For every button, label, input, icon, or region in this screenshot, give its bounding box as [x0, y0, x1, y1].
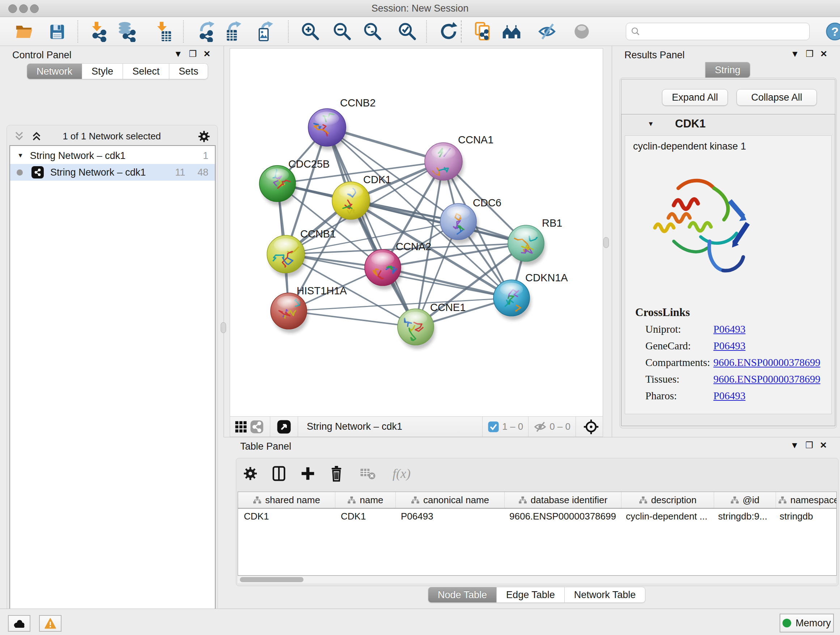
warning-icon — [44, 618, 57, 629]
results-panel-close-icon[interactable]: ✕ — [820, 49, 834, 59]
zoom-fit-icon[interactable] — [363, 21, 382, 42]
zoom-out-icon[interactable] — [333, 21, 352, 42]
crosslink-link[interactable]: P06493 — [714, 390, 745, 402]
control-panel-close-icon[interactable]: ✕ — [203, 49, 217, 59]
add-column-icon[interactable] — [300, 466, 316, 481]
group-nodes-icon[interactable] — [502, 21, 521, 42]
table-settings-gear-icon[interactable] — [243, 466, 258, 481]
column-header-namespace[interactable]: namespace — [776, 492, 837, 508]
fit-content-crosshair-icon[interactable] — [581, 416, 601, 437]
vertical-splitter-handle[interactable] — [221, 322, 226, 333]
help-icon[interactable]: ? — [826, 21, 840, 42]
save-session-icon[interactable] — [48, 21, 66, 42]
network-view[interactable]: CCNB2CCNA1CDC25BCDK1CDC6RB1CCNB1CCNA2CDK… — [230, 48, 603, 417]
table-panel-close-icon[interactable]: ✕ — [820, 440, 834, 450]
table-cell[interactable]: cyclin-dependent ... — [620, 509, 712, 524]
search-input[interactable] — [641, 26, 798, 37]
string-style-icon[interactable] — [249, 416, 265, 437]
new-network-from-selection-icon[interactable] — [473, 21, 492, 42]
network-node-HIST1H1A[interactable] — [271, 293, 308, 333]
window-title: Session: New Session — [0, 3, 840, 14]
table-cell[interactable]: CDK1 — [335, 509, 395, 524]
crosslink-label: Uniprot: — [645, 323, 681, 335]
memory-button[interactable]: Memory — [780, 614, 834, 632]
grid-view-icon[interactable] — [233, 416, 249, 437]
section-expander-icon[interactable]: ▼ — [647, 120, 654, 128]
export-image-icon[interactable] — [256, 21, 275, 42]
tab-string[interactable]: String — [705, 62, 750, 78]
hide-selected-icon[interactable] — [538, 21, 556, 42]
crosslink-link[interactable]: 9606.ENSP00000378699 — [714, 373, 821, 385]
network-node-CCNA1[interactable] — [425, 142, 464, 184]
tab-sets[interactable]: Sets — [169, 63, 208, 79]
control-panel-menu-icon[interactable]: ▼ — [174, 49, 189, 59]
table-cell[interactable]: stringdb — [774, 509, 837, 524]
birds-eye-view-icon[interactable] — [275, 416, 293, 437]
results-panel-menu-icon[interactable]: ▼ — [791, 49, 806, 59]
tab-style[interactable]: Style — [82, 63, 123, 79]
column-header-database-identifier[interactable]: database identifier — [505, 492, 622, 508]
function-builder-icon[interactable]: f(x) — [393, 466, 411, 481]
table-row[interactable]: CDK1CDK1P064939606.ENSP00000378699cyclin… — [238, 509, 836, 524]
table-cell[interactable]: 9606.ENSP00000378699 — [504, 509, 620, 524]
export-table-icon[interactable] — [224, 21, 243, 42]
results-panel-float-icon[interactable]: ❒ — [806, 49, 820, 59]
table-panel-menu-icon[interactable]: ▼ — [790, 440, 806, 450]
column-header-canonical-name[interactable]: canonical name — [396, 492, 505, 508]
column-header--id[interactable]: @id — [714, 492, 776, 508]
import-network-file-icon[interactable] — [89, 21, 108, 42]
delete-column-trash-icon[interactable] — [329, 465, 344, 482]
open-session-icon[interactable] — [14, 21, 33, 42]
network-collection-row[interactable]: ▼ String Network – cdk1 1 — [10, 147, 215, 164]
delete-table-icon[interactable] — [360, 467, 376, 480]
network-options-gear-icon[interactable] — [197, 130, 210, 143]
control-panel-float-icon[interactable]: ❒ — [189, 49, 203, 59]
table-horizontal-scrollbar[interactable] — [238, 576, 836, 583]
network-node-CCNE1[interactable] — [398, 309, 435, 349]
tab-node-table[interactable]: Node Table — [428, 587, 497, 603]
table-container: f(x) shared namenamecanonical namedataba… — [236, 458, 838, 586]
table-cell[interactable]: CDK1 — [238, 509, 335, 524]
zoom-in-icon[interactable] — [301, 21, 320, 42]
node-table[interactable]: shared namenamecanonical namedatabase id… — [238, 492, 837, 576]
expand-all-button[interactable]: Expand All — [662, 89, 728, 106]
crosslink-link[interactable]: P06493 — [714, 340, 745, 352]
table-panel-float-icon[interactable]: ❒ — [805, 440, 820, 450]
network-edge-CCNB2-CCNE1[interactable] — [327, 127, 416, 327]
crosslink-link[interactable]: 9606.ENSP00000378699 — [714, 356, 821, 369]
node-section-header[interactable]: ▼ CDK1 — [622, 114, 835, 135]
tab-edge-table[interactable]: Edge Table — [497, 587, 565, 603]
network-canvas[interactable]: CCNB2CCNA1CDC25BCDK1CDC6RB1CCNB1CCNA2CDK… — [230, 49, 603, 416]
zoom-selected-icon[interactable] — [398, 21, 417, 42]
show-all-icon[interactable] — [572, 21, 591, 42]
cloud-status-button[interactable] — [8, 615, 30, 632]
collection-expander-icon[interactable]: ▼ — [17, 152, 24, 159]
table-cell[interactable]: P06493 — [395, 509, 504, 524]
network-node-CCNB2[interactable] — [308, 109, 347, 150]
column-header-name[interactable]: name — [335, 492, 396, 508]
export-network-icon[interactable] — [197, 21, 216, 42]
column-header-description[interactable]: description — [622, 492, 714, 508]
scrollbar-thumb[interactable] — [240, 577, 303, 582]
search-field[interactable] — [626, 23, 810, 40]
toolbar-separator — [461, 20, 462, 43]
table-cell[interactable]: stringdb:9... — [712, 509, 774, 524]
refresh-icon[interactable] — [439, 21, 458, 42]
network-node-CDKN1A[interactable] — [493, 280, 531, 320]
import-table-file-icon[interactable] — [154, 21, 173, 42]
tab-network-table[interactable]: Network Table — [565, 587, 646, 603]
tab-network[interactable]: Network — [27, 63, 82, 79]
select-columns-icon[interactable] — [271, 465, 287, 482]
network-node-CDK1[interactable] — [332, 182, 371, 223]
network-node-CDC25B[interactable] — [259, 165, 297, 206]
import-network-database-icon[interactable] — [117, 21, 136, 42]
tab-select[interactable]: Select — [123, 63, 169, 79]
warning-status-button[interactable] — [39, 615, 62, 632]
network-node-CCNA2[interactable] — [365, 249, 402, 290]
network-row-selected[interactable]: String Network – cdk1 11 48 — [10, 164, 215, 181]
column-header-shared-name[interactable]: shared name — [238, 492, 335, 508]
vertical-splitter-handle[interactable] — [603, 237, 609, 248]
network-node-RB1[interactable] — [508, 225, 546, 265]
crosslink-link[interactable]: P06493 — [714, 323, 745, 335]
collapse-all-button[interactable]: Collapse All — [737, 89, 817, 106]
